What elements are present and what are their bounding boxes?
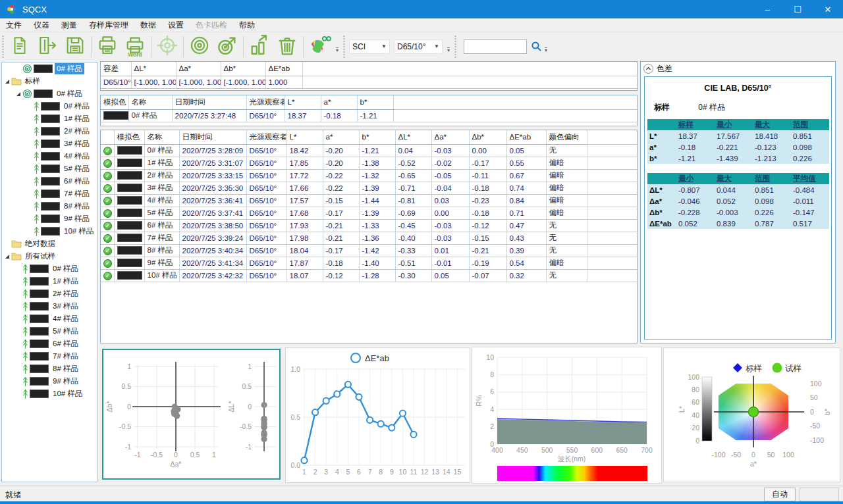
tolerance-row[interactable]: D65/10°[-1.000, 1.000][-1.000, 1.000][-1… [101,76,637,88]
column-header[interactable]: 名称 [144,130,179,144]
tree-item[interactable]: 8# 样品 [2,200,97,213]
tree-item[interactable]: 9# 样品 [2,375,97,388]
tree-item[interactable]: 6# 样品 [2,175,97,188]
column-header[interactable]: 名称 [128,95,172,109]
tree-item[interactable]: 10# 样品 [2,225,97,238]
column-header[interactable]: 光源观察者 [246,130,286,144]
tree-item[interactable]: 7# 样品 [2,350,97,363]
tree-item[interactable]: 7# 样品 [2,188,97,200]
menu-item-2[interactable]: 测量 [55,18,83,33]
column-header-filler[interactable] [393,95,637,109]
tree-item[interactable]: 1# 样品 [2,113,97,125]
column-header[interactable]: L* [285,95,321,109]
tree-item[interactable]: 4# 样品 [2,313,97,325]
sample-row[interactable]: ✓6# 样品2020/7/25 3:38:50D65/10°17.93-0.21… [101,219,637,232]
tree-item[interactable]: 9# 样品 [2,213,97,225]
column-header[interactable]: Δb* [221,62,265,76]
maximize-button[interactable]: ☐ [782,0,813,18]
toolbar-grip[interactable] [342,36,346,58]
illuminant-dropdown[interactable]: D65/10° ▼ [394,39,443,54]
sample-row[interactable]: ✓1# 样品2020/7/25 3:31:07D65/10°17.85-0.20… [101,157,637,169]
column-header[interactable]: Δb* [469,130,506,144]
sample-row[interactable]: ✓0# 样品2020/7/25 3:28:09D65/10°18.42-0.20… [101,144,637,157]
tree-expand-caret-icon[interactable] [5,254,11,259]
column-header[interactable]: b* [357,95,393,109]
menu-item-3[interactable]: 存样库管理 [83,18,134,33]
column-header[interactable]: b* [359,130,395,144]
column-header[interactable]: 颜色偏向 [546,130,587,144]
column-header[interactable]: 日期时间 [172,95,246,109]
color-card-match-button[interactable] [306,34,333,59]
column-header[interactable]: 日期时间 [179,130,246,144]
new-document-button[interactable] [6,34,34,59]
menu-item-6[interactable]: 色卡匹检 [190,18,233,33]
sample-row[interactable]: ✓5# 样品2020/7/25 3:37:41D65/10°17.68-0.17… [101,207,637,219]
measure-standard-button[interactable] [213,34,241,59]
column-header[interactable]: 模拟色 [101,95,128,109]
tree-item[interactable]: 标样 [2,75,97,88]
column-header-filler[interactable] [587,130,637,144]
toolbar-overflow-icon[interactable]: ▾ [545,47,547,55]
menu-item-0[interactable]: 文件 [0,18,28,33]
search-icon[interactable] [531,41,542,52]
tree-item[interactable]: 0# 样品 [2,263,97,275]
column-header[interactable]: ΔL* [131,62,176,76]
menu-item-7[interactable]: 帮助 [233,18,261,33]
sample-row[interactable]: ✓2# 样品2020/7/25 3:33:15D65/10°17.72-0.22… [101,169,637,182]
column-header[interactable]: 光源观察者 [246,95,285,109]
sample-row[interactable]: ✓7# 样品2020/7/25 3:39:24D65/10°17.98-0.21… [101,232,637,244]
delete-button[interactable] [273,34,301,59]
column-header[interactable]: ΔE*ab [506,130,546,144]
tree-item[interactable]: 3# 样品 [2,300,97,313]
tree-item[interactable]: 2# 样品 [2,125,97,138]
tree-item[interactable]: 4# 样品 [2,150,97,163]
column-header[interactable]: 容差 [101,62,131,76]
column-header[interactable]: a* [323,130,359,144]
black-calibration-button[interactable] [153,34,181,59]
tree-expand-caret-icon[interactable] [16,91,22,97]
column-header[interactable]: 模拟色 [114,130,144,144]
column-header[interactable]: a* [321,95,357,109]
toolbar-overflow-icon[interactable]: ▾ [447,47,450,55]
tree-item[interactable]: 3# 样品 [2,138,97,150]
sample-row[interactable]: ✓8# 样品2020/7/25 3:40:34D65/10°18.04-0.17… [101,244,637,257]
toolbar-grip[interactable] [1,36,5,58]
print-button[interactable] [94,34,121,59]
tree-item[interactable]: 2# 样品 [2,288,97,300]
sample-row[interactable]: ✓3# 样品2020/7/25 3:35:30D65/10°17.66-0.22… [101,182,637,194]
column-header[interactable]: ΔE*ab [265,62,302,76]
sample-row[interactable]: ✓9# 样品2020/7/25 3:41:34D65/10°17.87-0.18… [101,257,637,269]
column-header-filler[interactable] [302,62,637,76]
column-header[interactable]: ΔL* [395,130,431,144]
auto-button[interactable]: 自动 [764,488,796,501]
sample-row[interactable]: ✓10# 样品2020/7/25 3:42:32D65/10°18.07-0.1… [101,269,637,282]
export-button[interactable] [34,34,61,59]
close-button[interactable]: ✕ [813,0,843,18]
save-button[interactable] [61,34,89,59]
row-header-column[interactable] [101,130,114,144]
tree-item[interactable]: 5# 样品 [2,325,97,338]
tree-item[interactable]: 6# 样品 [2,338,97,350]
tree-item[interactable]: 所有试样 [2,250,97,263]
standard-row[interactable]: 0# 样品2020/7/25 3:27:48D65/10°18.37-0.18-… [101,109,637,122]
tree-item[interactable]: 8# 样品 [2,363,97,375]
tree-item[interactable]: 1# 样品 [2,275,97,288]
white-calibration-button[interactable] [186,34,213,59]
measure-sample-button[interactable] [246,34,273,59]
sci-dropdown[interactable]: SCI ▼ [349,39,390,54]
collapse-icon[interactable] [643,64,653,74]
tree-expand-caret-icon[interactable] [5,79,11,84]
tree-item[interactable]: 绝对数据 [2,238,97,250]
tree-item[interactable]: 10# 样品 [2,388,97,400]
print-word-button[interactable]: Word [121,34,149,59]
column-header[interactable]: L* [286,130,323,144]
toolbar-overflow-icon[interactable]: ▾ [336,47,339,55]
column-header[interactable]: Δa* [176,62,221,76]
search-input[interactable] [464,39,527,54]
minimize-button[interactable]: – [752,0,782,18]
column-header[interactable]: Δa* [431,130,469,144]
sample-row[interactable]: ✓4# 样品2020/7/25 3:36:41D65/10°17.57-0.15… [101,194,637,207]
tree-item[interactable]: 0# 样品 [2,100,97,113]
tree-item[interactable]: 0# 样品 [2,88,97,100]
menu-item-4[interactable]: 数据 [134,18,162,33]
